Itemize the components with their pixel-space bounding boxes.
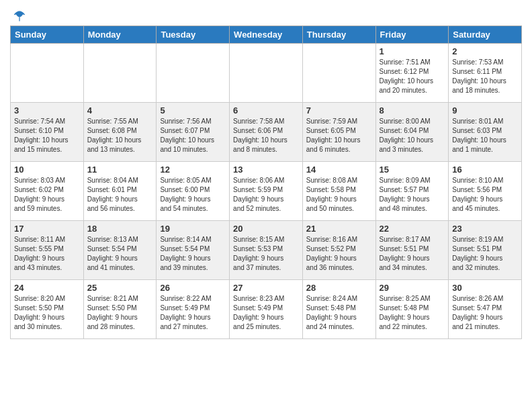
cell-info: Sunrise: 8:08 AM Sunset: 5:58 PM Dayligh… xyxy=(306,176,372,214)
calendar-cell: 26Sunrise: 8:22 AM Sunset: 5:49 PM Dayli… xyxy=(157,280,230,339)
weekday-header-tuesday: Tuesday xyxy=(157,26,230,44)
cell-info: Sunrise: 8:22 AM Sunset: 5:49 PM Dayligh… xyxy=(160,294,226,332)
day-number: 18 xyxy=(87,224,153,234)
day-number: 20 xyxy=(233,224,299,234)
cell-info: Sunrise: 8:10 AM Sunset: 5:56 PM Dayligh… xyxy=(452,176,518,214)
cell-info: Sunrise: 8:17 AM Sunset: 5:51 PM Dayligh… xyxy=(380,235,445,273)
cell-info: Sunrise: 8:20 AM Sunset: 5:50 PM Dayligh… xyxy=(14,294,80,332)
cell-info: Sunrise: 8:21 AM Sunset: 5:50 PM Dayligh… xyxy=(87,294,153,332)
calendar-cell: 4Sunrise: 7:55 AM Sunset: 6:08 PM Daylig… xyxy=(83,103,157,162)
calendar-header-row: SundayMondayTuesdayWednesdayThursdayFrid… xyxy=(11,26,522,44)
calendar-cell: 15Sunrise: 8:09 AM Sunset: 5:57 PM Dayli… xyxy=(375,162,449,221)
day-number: 17 xyxy=(14,224,80,234)
cell-info: Sunrise: 8:19 AM Sunset: 5:51 PM Dayligh… xyxy=(452,235,518,273)
day-number: 11 xyxy=(87,165,153,175)
logo xyxy=(10,9,28,23)
day-number: 16 xyxy=(452,165,518,175)
calendar-cell: 23Sunrise: 8:19 AM Sunset: 5:51 PM Dayli… xyxy=(449,221,522,280)
cell-info: Sunrise: 7:53 AM Sunset: 6:11 PM Dayligh… xyxy=(452,58,518,95)
weekday-header-thursday: Thursday xyxy=(302,26,375,44)
day-number: 10 xyxy=(14,165,80,175)
day-number: 21 xyxy=(306,224,372,234)
calendar-cell: 13Sunrise: 8:06 AM Sunset: 5:59 PM Dayli… xyxy=(230,162,303,221)
day-number: 12 xyxy=(160,165,226,175)
day-number: 5 xyxy=(160,105,226,116)
cell-info: Sunrise: 8:04 AM Sunset: 6:01 PM Dayligh… xyxy=(87,176,153,214)
calendar-cell: 27Sunrise: 8:23 AM Sunset: 5:49 PM Dayli… xyxy=(230,280,303,339)
day-number: 24 xyxy=(14,283,80,293)
calendar-cell: 10Sunrise: 8:03 AM Sunset: 6:02 PM Dayli… xyxy=(11,162,84,221)
day-number: 27 xyxy=(233,283,299,293)
calendar-week-row: 10Sunrise: 8:03 AM Sunset: 6:02 PM Dayli… xyxy=(11,162,522,221)
cell-info: Sunrise: 8:01 AM Sunset: 6:03 PM Dayligh… xyxy=(452,117,518,154)
day-number: 8 xyxy=(380,105,445,116)
calendar-cell xyxy=(302,44,375,103)
cell-info: Sunrise: 7:51 AM Sunset: 6:12 PM Dayligh… xyxy=(380,58,445,95)
weekday-header-sunday: Sunday xyxy=(11,26,84,44)
calendar-cell: 3Sunrise: 7:54 AM Sunset: 6:10 PM Daylig… xyxy=(11,103,84,162)
cell-info: Sunrise: 8:24 AM Sunset: 5:48 PM Dayligh… xyxy=(306,294,372,332)
cell-info: Sunrise: 8:13 AM Sunset: 5:54 PM Dayligh… xyxy=(87,235,153,273)
calendar-cell: 12Sunrise: 8:05 AM Sunset: 6:00 PM Dayli… xyxy=(157,162,230,221)
calendar-cell: 19Sunrise: 8:14 AM Sunset: 5:54 PM Dayli… xyxy=(157,221,230,280)
cell-info: Sunrise: 7:55 AM Sunset: 6:08 PM Dayligh… xyxy=(87,117,153,154)
calendar-cell: 17Sunrise: 8:11 AM Sunset: 5:55 PM Dayli… xyxy=(11,221,84,280)
calendar-cell: 8Sunrise: 8:00 AM Sunset: 6:04 PM Daylig… xyxy=(375,103,449,162)
calendar-cell: 21Sunrise: 8:16 AM Sunset: 5:52 PM Dayli… xyxy=(302,221,375,280)
calendar-cell xyxy=(83,44,157,103)
calendar-cell: 20Sunrise: 8:15 AM Sunset: 5:53 PM Dayli… xyxy=(230,221,303,280)
day-number: 9 xyxy=(452,105,518,116)
weekday-header-saturday: Saturday xyxy=(449,26,522,44)
cell-info: Sunrise: 8:06 AM Sunset: 5:59 PM Dayligh… xyxy=(233,176,299,214)
calendar-cell xyxy=(11,44,84,103)
cell-info: Sunrise: 8:09 AM Sunset: 5:57 PM Dayligh… xyxy=(380,176,445,214)
calendar-cell: 2Sunrise: 7:53 AM Sunset: 6:11 PM Daylig… xyxy=(449,44,522,103)
day-number: 3 xyxy=(14,105,80,116)
day-number: 13 xyxy=(233,165,299,175)
day-number: 2 xyxy=(452,46,518,56)
calendar-cell: 11Sunrise: 8:04 AM Sunset: 6:01 PM Dayli… xyxy=(83,162,157,221)
cell-info: Sunrise: 8:14 AM Sunset: 5:54 PM Dayligh… xyxy=(160,235,226,273)
calendar-cell: 14Sunrise: 8:08 AM Sunset: 5:58 PM Dayli… xyxy=(302,162,375,221)
calendar-cell: 28Sunrise: 8:24 AM Sunset: 5:48 PM Dayli… xyxy=(302,280,375,339)
day-number: 22 xyxy=(380,224,445,234)
cell-info: Sunrise: 8:26 AM Sunset: 5:47 PM Dayligh… xyxy=(452,294,518,332)
cell-info: Sunrise: 8:25 AM Sunset: 5:48 PM Dayligh… xyxy=(380,294,445,332)
calendar-cell: 22Sunrise: 8:17 AM Sunset: 5:51 PM Dayli… xyxy=(375,221,449,280)
cell-info: Sunrise: 8:15 AM Sunset: 5:53 PM Dayligh… xyxy=(233,235,299,273)
weekday-header-friday: Friday xyxy=(375,26,449,44)
day-number: 6 xyxy=(233,105,299,116)
calendar-table: SundayMondayTuesdayWednesdayThursdayFrid… xyxy=(10,26,522,339)
cell-info: Sunrise: 8:23 AM Sunset: 5:49 PM Dayligh… xyxy=(233,294,299,332)
calendar-cell: 30Sunrise: 8:26 AM Sunset: 5:47 PM Dayli… xyxy=(449,280,522,339)
day-number: 15 xyxy=(380,165,445,175)
day-number: 23 xyxy=(452,224,518,234)
cell-info: Sunrise: 7:58 AM Sunset: 6:06 PM Dayligh… xyxy=(233,117,299,154)
calendar-week-row: 1Sunrise: 7:51 AM Sunset: 6:12 PM Daylig… xyxy=(11,44,522,103)
calendar-cell: 18Sunrise: 8:13 AM Sunset: 5:54 PM Dayli… xyxy=(83,221,157,280)
cell-info: Sunrise: 8:11 AM Sunset: 5:55 PM Dayligh… xyxy=(14,235,80,273)
day-number: 30 xyxy=(452,283,518,293)
day-number: 1 xyxy=(380,46,445,56)
calendar-cell: 1Sunrise: 7:51 AM Sunset: 6:12 PM Daylig… xyxy=(375,44,449,103)
cell-info: Sunrise: 7:54 AM Sunset: 6:10 PM Dayligh… xyxy=(14,117,80,154)
calendar-cell: 25Sunrise: 8:21 AM Sunset: 5:50 PM Dayli… xyxy=(83,280,157,339)
day-number: 7 xyxy=(306,105,372,116)
calendar-cell: 29Sunrise: 8:25 AM Sunset: 5:48 PM Dayli… xyxy=(375,280,449,339)
calendar-cell: 5Sunrise: 7:56 AM Sunset: 6:07 PM Daylig… xyxy=(157,103,230,162)
day-number: 14 xyxy=(306,165,372,175)
day-number: 19 xyxy=(160,224,226,234)
calendar-week-row: 24Sunrise: 8:20 AM Sunset: 5:50 PM Dayli… xyxy=(11,280,522,339)
calendar-week-row: 3Sunrise: 7:54 AM Sunset: 6:10 PM Daylig… xyxy=(11,103,522,162)
page-header xyxy=(10,7,522,23)
calendar-cell: 7Sunrise: 7:59 AM Sunset: 6:05 PM Daylig… xyxy=(302,103,375,162)
cell-info: Sunrise: 8:16 AM Sunset: 5:52 PM Dayligh… xyxy=(306,235,372,273)
day-number: 4 xyxy=(87,105,153,116)
weekday-header-wednesday: Wednesday xyxy=(230,26,303,44)
calendar-cell: 9Sunrise: 8:01 AM Sunset: 6:03 PM Daylig… xyxy=(449,103,522,162)
calendar-week-row: 17Sunrise: 8:11 AM Sunset: 5:55 PM Dayli… xyxy=(11,221,522,280)
calendar-cell: 6Sunrise: 7:58 AM Sunset: 6:06 PM Daylig… xyxy=(230,103,303,162)
calendar-cell xyxy=(157,44,230,103)
cell-info: Sunrise: 8:05 AM Sunset: 6:00 PM Dayligh… xyxy=(160,176,226,214)
cell-info: Sunrise: 8:03 AM Sunset: 6:02 PM Dayligh… xyxy=(14,176,80,214)
